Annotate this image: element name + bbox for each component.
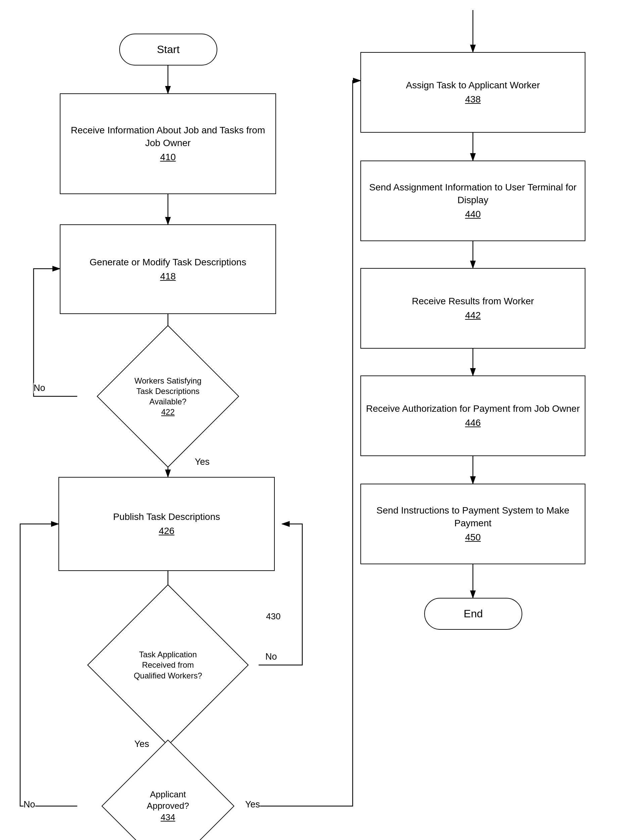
ref-430: 430 [266, 611, 280, 622]
box-426: Publish Task Descriptions 426 [58, 477, 275, 571]
diamond-430: Task Application Received from Qualified… [77, 601, 259, 729]
label-no-430: No [265, 652, 277, 662]
label-yes-430: Yes [135, 739, 149, 749]
start-node: Start [119, 34, 217, 66]
end-node: End [424, 598, 522, 630]
box-418: Generate or Modify Task Descriptions 418 [60, 224, 276, 314]
box-440: Send Assignment Information to User Term… [360, 160, 585, 241]
flowchart: Start Receive Information About Job and … [0, 0, 619, 840]
box-446: Receive Authorization for Payment from J… [360, 375, 585, 456]
label-no-418: No [34, 383, 45, 393]
box-442: Receive Results from Worker 442 [360, 268, 585, 349]
label-no-434: No [24, 800, 35, 810]
box-450: Send Instructions to Payment System to M… [360, 484, 585, 564]
label-yes-422: Yes [195, 457, 209, 467]
box-438: Assign Task to Applicant Worker 438 [360, 52, 585, 133]
diamond-422: Workers Satisfying Task Descriptions Ava… [77, 342, 259, 450]
label-yes-434: Yes [245, 800, 260, 810]
diamond-434: Applicant Approved? 434 [77, 759, 259, 840]
box-410: Receive Information About Job and Tasks … [60, 93, 276, 194]
